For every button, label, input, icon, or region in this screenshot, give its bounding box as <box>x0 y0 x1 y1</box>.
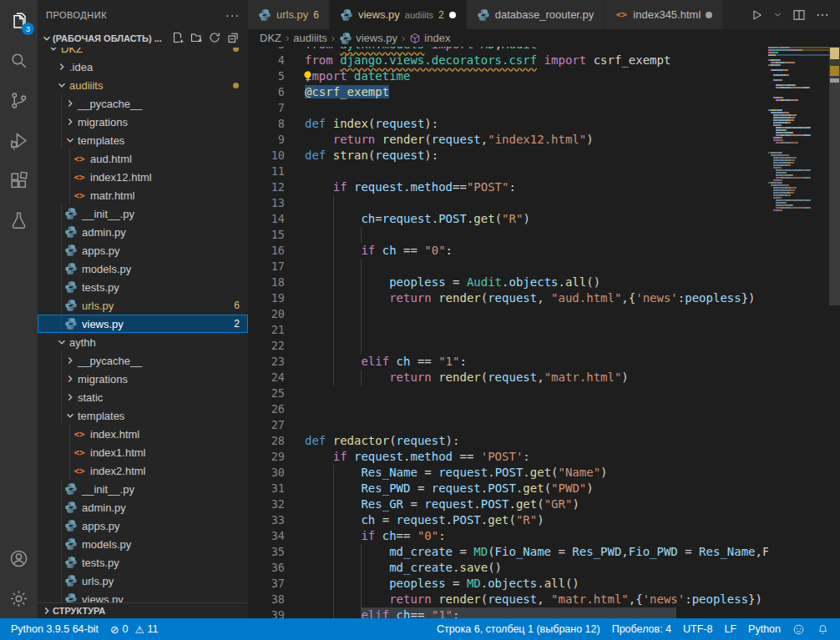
notifications-bell-icon[interactable] <box>811 623 835 636</box>
code-line-10[interactable]: 10def stran(request): <box>248 148 768 164</box>
code-line-20[interactable]: 20 <box>248 306 768 322</box>
tree-item-index12.html[interactable]: <>index12.html <box>38 168 248 186</box>
code-line-3[interactable]: 3from aythh.models import MD,Audit <box>248 47 768 53</box>
problems-indicator[interactable]: ⊘ 0 ⚠ 11 <box>104 623 164 636</box>
tree-item-apps.py[interactable]: apps.py <box>38 517 248 535</box>
code-line-37[interactable]: 37 peopless = MD.objects.all() <box>248 576 768 592</box>
tree-item-index2.html[interactable]: <>index2.html <box>38 461 248 480</box>
code-line-38[interactable]: 38 return render(request, "matr.html",{'… <box>248 592 768 607</box>
code-line-39[interactable]: 39 elif ch== "1": <box>248 607 768 618</box>
run-icon[interactable] <box>749 8 764 23</box>
code-line-16[interactable]: 16 if ch == "0": <box>248 243 768 259</box>
tree-item-migrations[interactable]: migrations <box>38 370 248 388</box>
code-line-34[interactable]: 34 if ch== "0": <box>248 528 768 544</box>
run-debug-icon[interactable] <box>0 120 38 160</box>
extensions-icon[interactable] <box>0 160 38 200</box>
tree-item-index.html[interactable]: <>index.html <box>38 425 248 443</box>
new-file-icon[interactable] <box>171 31 185 46</box>
search-icon[interactable] <box>0 40 38 80</box>
tree-item-migrations[interactable]: migrations <box>38 113 248 131</box>
tree-item-index1.html[interactable]: <>index1.html <box>38 443 248 461</box>
code-line-13[interactable]: 13 <box>248 195 768 211</box>
code-line-19[interactable]: 19 return render(request, "aud.html",{'n… <box>248 290 768 306</box>
tree-item-models.py[interactable]: models.py <box>38 535 248 553</box>
code-line-7[interactable]: 7 <box>248 100 768 116</box>
code-line-35[interactable]: 35 md_create = MD(Fio_Name = Res_PWD,Fio… <box>248 544 768 560</box>
code-line-26[interactable]: 26 <box>248 401 768 417</box>
code-line-31[interactable]: 31 Res_PWD = request.POST.get("PWD") <box>248 481 768 496</box>
code-line-6[interactable]: 6@csrf_exempt <box>248 84 768 100</box>
tree-item-urls.py[interactable]: urls.py6 <box>38 296 248 315</box>
breadcrumb-item-views.py[interactable]: views.py <box>339 32 397 45</box>
tree-item-__init__.py[interactable]: __init__.py <box>38 480 248 498</box>
code-line-25[interactable]: 25 <box>248 386 768 401</box>
tree-item-static[interactable]: static <box>38 388 248 406</box>
outline-section-header[interactable]: СТРУКТУРА <box>38 602 248 618</box>
cursor-position[interactable]: Строка 6, столбец 1 (выбрано 12) <box>431 623 606 635</box>
tab-urls.py[interactable]: urls.py6 <box>248 0 329 29</box>
minimap[interactable] <box>768 47 829 618</box>
tree-item-admin.py[interactable]: admin.py <box>38 498 248 517</box>
code-line-15[interactable]: 15 <box>248 227 768 243</box>
code-line-29[interactable]: 29 if request.method == 'POST': <box>248 449 768 465</box>
tree-item-__init__.py[interactable]: __init__.py <box>38 204 248 223</box>
tree-item-views.py[interactable]: views.py2 <box>38 315 248 333</box>
code-line-27[interactable]: 27 <box>248 417 768 433</box>
tree-item-apps.py[interactable]: apps.py <box>38 241 248 260</box>
code-line-21[interactable]: 21 <box>248 322 768 338</box>
feedback-icon[interactable] <box>787 623 811 636</box>
code-line-22[interactable]: 22 <box>248 338 768 354</box>
breadcrumb-item-audiiits[interactable]: audiiits <box>293 32 326 44</box>
breadcrumb-item-DKZ[interactable]: DKZ <box>260 32 281 44</box>
tree-item-aud.html[interactable]: <>aud.html <box>38 149 248 168</box>
code-line-23[interactable]: 23 elif ch == "1": <box>248 354 768 370</box>
tree-item-views.py[interactable]: views.py <box>38 590 248 603</box>
workspace-section-header[interactable]: (РАБОЧАЯ ОБЛАСТЬ) ... <box>38 29 248 48</box>
unsaved-dot[interactable] <box>706 12 712 18</box>
collapse-all-icon[interactable] <box>226 31 240 46</box>
tree-item-.idea[interactable]: .idea <box>38 58 248 76</box>
new-folder-icon[interactable] <box>190 31 203 46</box>
code-line-18[interactable]: 18 peopless = Audit.objects.all() <box>248 275 768 290</box>
code-line-12[interactable]: 12 if request.method=="POST": <box>248 179 768 195</box>
code-line-9[interactable]: 9 return render(request,"index12.html") <box>248 132 768 148</box>
tree-item-__pycache__[interactable]: __pycache__ <box>38 94 248 113</box>
tab-views.py[interactable]: views.pyaudiiits2 <box>330 0 466 29</box>
code-line-17[interactable]: 17 <box>248 259 768 275</box>
code-line-36[interactable]: 36 md_create.save() <box>248 560 768 576</box>
code-line-32[interactable]: 32 Res_GR = request.POST.get("GR") <box>248 496 768 512</box>
code-line-4[interactable]: 4from django.views.decorators.csrf impor… <box>248 53 768 68</box>
source-control-icon[interactable] <box>0 80 38 120</box>
code-line-14[interactable]: 14 ch=request.POST.get("R") <box>248 211 768 227</box>
code-line-28[interactable]: 28def redactor(request): <box>248 433 768 449</box>
code-line-5[interactable]: 5import datetime <box>248 68 768 84</box>
tree-item-tests.py[interactable]: tests.py <box>38 553 248 572</box>
tree-item-urls.py[interactable]: urls.py <box>38 572 248 590</box>
eol-setting[interactable]: LF <box>718 623 742 635</box>
lightbulb-icon[interactable] <box>301 70 314 87</box>
more-actions-icon[interactable] <box>815 8 830 23</box>
tree-item-admin.py[interactable]: admin.py <box>38 223 248 241</box>
more-actions-icon[interactable]: ··· <box>225 8 240 22</box>
settings-icon[interactable] <box>0 578 38 618</box>
language-mode[interactable]: Python <box>742 623 787 635</box>
tree-item-templates[interactable]: templates <box>38 406 248 425</box>
code-line-33[interactable]: 33 ch = request.POST.get("R") <box>248 512 768 528</box>
encoding-setting[interactable]: UTF-8 <box>677 623 718 635</box>
code-line-24[interactable]: 24 return render(request,"matr.html") <box>248 370 768 386</box>
code-line-11[interactable]: 11 <box>248 164 768 179</box>
tree-item-DKZ[interactable]: DKZ <box>38 48 248 58</box>
code-line-8[interactable]: 8def index(request): <box>248 116 768 132</box>
editor-scrollbar[interactable] <box>829 47 840 618</box>
tab-index345.html[interactable]: <>index345.html <box>605 0 722 29</box>
tree-item-templates[interactable]: templates <box>38 131 248 149</box>
tab-database_roouter.py[interactable]: database_roouter.py <box>467 0 605 29</box>
tree-item-__pycache__[interactable]: __pycache__ <box>38 351 248 370</box>
python-interpreter[interactable]: Python 3.9.5 64-bit <box>5 623 104 635</box>
tree-item-models.py[interactable]: models.py <box>38 260 248 278</box>
testing-icon[interactable] <box>0 200 38 240</box>
refresh-icon[interactable] <box>208 31 221 46</box>
code-line-30[interactable]: 30 Res_Name = request.POST.get("Name") <box>248 465 768 481</box>
scrollbar-thumb[interactable] <box>829 47 840 305</box>
indentation-setting[interactable]: Пробелов: 4 <box>606 623 677 635</box>
